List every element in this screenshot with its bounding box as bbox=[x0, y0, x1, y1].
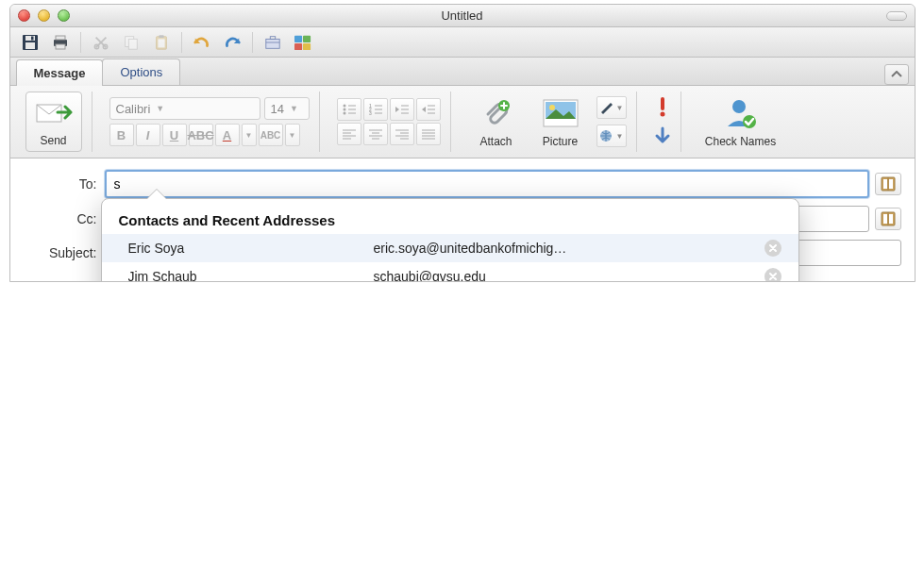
chevron-down-icon: ▼ bbox=[156, 104, 164, 113]
outdent-button[interactable] bbox=[390, 98, 414, 121]
autocomplete-list: Eric Soyaeric.soya@unitedbankofmichig…Ji… bbox=[102, 234, 798, 282]
italic-button[interactable]: I bbox=[136, 124, 160, 146]
numbered-list-button[interactable]: 123 bbox=[363, 98, 388, 121]
bold-button[interactable]: B bbox=[109, 124, 134, 146]
subject-label: Subject: bbox=[24, 245, 97, 260]
down-arrow-icon bbox=[654, 126, 671, 145]
floppy-disk-icon bbox=[21, 33, 40, 52]
picture-icon bbox=[543, 99, 579, 127]
contact-suggestion[interactable]: Jim Schaubschaubj@gvsu.edu bbox=[102, 262, 798, 282]
send-button[interactable]: Send bbox=[25, 92, 82, 152]
undo-button[interactable] bbox=[190, 30, 214, 55]
to-label: To: bbox=[24, 176, 97, 192]
svg-rect-67 bbox=[889, 179, 893, 189]
attach-button[interactable]: Attach bbox=[468, 92, 525, 152]
align-right-icon bbox=[395, 128, 409, 140]
svg-rect-14 bbox=[265, 39, 278, 48]
compose-window: Untitled bbox=[9, 4, 916, 282]
group-priority bbox=[645, 92, 681, 152]
align-center-button[interactable] bbox=[363, 123, 388, 145]
font-family-select[interactable]: Calibri ▼ bbox=[109, 97, 260, 120]
contact-email: schaubj@gvsu.edu bbox=[374, 269, 755, 282]
svg-rect-6 bbox=[56, 44, 65, 49]
group-send: Send bbox=[16, 92, 92, 152]
media-browser-button[interactable] bbox=[291, 30, 315, 55]
hyperlink-dropdown[interactable]: ▼ bbox=[596, 125, 627, 147]
align-left-button[interactable] bbox=[337, 123, 361, 145]
printer-icon bbox=[51, 33, 70, 52]
svg-point-63 bbox=[732, 100, 746, 113]
chevron-up-icon bbox=[891, 71, 902, 78]
ribbon-tabs: Message Options bbox=[10, 58, 915, 86]
address-area: To: Cc: bbox=[10, 158, 915, 281]
indent-icon bbox=[422, 104, 435, 115]
align-right-button[interactable] bbox=[390, 123, 414, 145]
cc-addressbook-button[interactable] bbox=[875, 208, 901, 230]
check-names-button[interactable]: Check Names bbox=[698, 92, 783, 152]
font-size-select[interactable]: 14 ▼ bbox=[264, 97, 310, 120]
cc-label: Cc: bbox=[24, 211, 97, 226]
remove-suggestion-button[interactable] bbox=[764, 268, 781, 282]
media-browser-icon bbox=[294, 34, 312, 51]
cut-button[interactable] bbox=[89, 30, 113, 55]
contact-name: Jim Schaub bbox=[128, 269, 364, 282]
paste-button[interactable] bbox=[149, 30, 174, 55]
tab-options[interactable]: Options bbox=[102, 58, 180, 85]
low-priority-button[interactable] bbox=[654, 126, 671, 148]
numbered-list-icon: 123 bbox=[369, 104, 382, 115]
titlebar: Untitled bbox=[10, 5, 915, 27]
highlight-dropdown[interactable]: ▼ bbox=[285, 124, 300, 146]
picture-button[interactable]: Picture bbox=[532, 92, 589, 152]
svg-rect-12 bbox=[159, 35, 163, 38]
svg-rect-66 bbox=[883, 179, 887, 189]
highlight-button[interactable]: ABC bbox=[259, 124, 283, 146]
svg-point-26 bbox=[343, 112, 345, 115]
autocomplete-popover: Contacts and Recent Addresses Eric Soyae… bbox=[101, 198, 799, 282]
indent-button[interactable] bbox=[416, 98, 441, 121]
svg-rect-17 bbox=[294, 35, 302, 42]
save-button[interactable] bbox=[18, 30, 42, 55]
group-check-names: Check Names bbox=[689, 92, 793, 152]
to-addressbook-button[interactable] bbox=[875, 173, 901, 195]
print-button[interactable] bbox=[48, 30, 73, 55]
font-color-dropdown[interactable]: ▼ bbox=[242, 124, 257, 146]
close-icon bbox=[768, 272, 778, 281]
close-icon bbox=[768, 243, 778, 253]
bullet-list-button[interactable] bbox=[337, 98, 361, 121]
copy-icon bbox=[123, 34, 140, 51]
to-input[interactable] bbox=[105, 170, 869, 198]
envelope-send-icon bbox=[35, 99, 73, 129]
toolbar-separator bbox=[181, 32, 182, 53]
high-priority-button[interactable] bbox=[655, 95, 670, 121]
contact-suggestion[interactable]: Eric Soyaeric.soya@unitedbankofmichig… bbox=[102, 234, 798, 262]
signature-dropdown[interactable]: ▼ bbox=[596, 96, 627, 119]
group-font: Calibri ▼ 14 ▼ B I U ABC A ▼ bbox=[100, 92, 320, 152]
underline-button[interactable]: U bbox=[162, 124, 187, 146]
strikethrough-button[interactable]: ABC bbox=[189, 124, 213, 146]
align-justify-button[interactable] bbox=[416, 123, 441, 145]
addressbook-icon bbox=[880, 176, 897, 192]
svg-rect-10 bbox=[128, 39, 137, 49]
toolbar-separator bbox=[252, 32, 253, 53]
svg-rect-5 bbox=[56, 36, 65, 40]
copy-button[interactable] bbox=[119, 30, 143, 55]
redo-button[interactable] bbox=[220, 30, 244, 55]
align-center-icon bbox=[369, 128, 382, 140]
tab-message[interactable]: Message bbox=[16, 59, 104, 86]
check-names-label: Check Names bbox=[705, 135, 776, 148]
chevron-down-icon: ▼ bbox=[290, 104, 298, 113]
collapse-ribbon-button[interactable] bbox=[884, 64, 909, 85]
chevron-down-icon: ▼ bbox=[289, 131, 296, 140]
align-justify-icon bbox=[422, 128, 435, 140]
group-insert: Attach Picture ▼ bbox=[459, 92, 637, 152]
contact-email: eric.soya@unitedbankofmichig… bbox=[374, 241, 755, 256]
toolbox-button[interactable] bbox=[260, 30, 285, 55]
font-size-value: 14 bbox=[271, 102, 284, 116]
chevron-down-icon: ▼ bbox=[245, 131, 253, 140]
svg-rect-2 bbox=[25, 42, 35, 49]
font-color-button[interactable]: A bbox=[215, 124, 240, 146]
remove-suggestion-button[interactable] bbox=[764, 240, 781, 257]
svg-point-59 bbox=[549, 105, 555, 110]
svg-rect-18 bbox=[303, 35, 311, 42]
scissors-icon bbox=[92, 34, 109, 51]
